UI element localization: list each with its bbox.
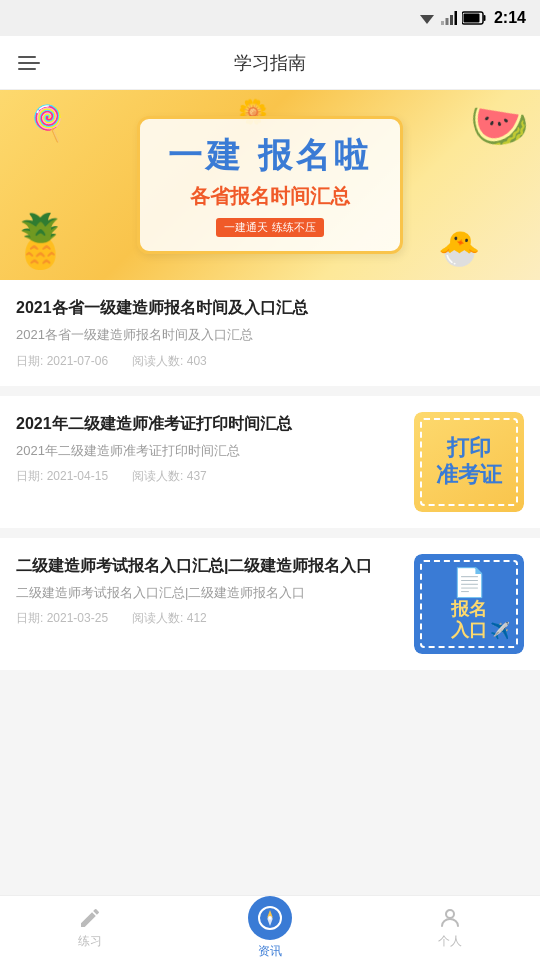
banner-content-box: 一建 报名啦 各省报名时间汇总 一建通天 练练不压 [137,116,402,254]
banner-tag: 一建通天 练练不压 [216,218,323,237]
article-title-1: 2021各省一级建造师报名时间及入口汇总 [16,296,524,319]
article-text-3: 二级建造师考试报名入口汇总|二级建造师报名入口 二级建造师考试报名入口汇总|二级… [16,554,402,628]
banner-title: 一建 报名啦 [168,133,371,179]
nav-item-news[interactable]: 资讯 [235,896,305,960]
thumb-print-content: 打印 准考证 [414,412,524,512]
article-desc-1: 2021各省一级建造师报名时间及入口汇总 [16,325,524,345]
duck-decoration: 🐣 [438,228,480,268]
svg-rect-1 [441,21,444,25]
article-thumb-signup: 📄 报名 入口 ✈️ [414,554,524,654]
thumb-signup-content: 📄 报名 入口 ✈️ [414,554,524,654]
svg-rect-2 [445,18,448,25]
nav-item-profile[interactable]: 个人 [415,906,485,950]
battery-icon [462,11,486,25]
article-reads-1: 阅读人数: 403 [132,353,207,370]
pencil-icon [78,906,102,930]
svg-rect-4 [454,11,457,25]
page-title: 学习指南 [234,51,306,75]
pineapple-decoration: 🍍 [8,211,73,272]
article-reads-3: 阅读人数: 412 [132,610,207,627]
article-meta-1: 日期: 2021-07-06 阅读人数: 403 [16,353,524,370]
article-date-3: 日期: 2021-03-25 [16,610,108,627]
article-meta-3: 日期: 2021-03-25 阅读人数: 412 [16,610,402,627]
article-thumb-print: 打印 准考证 [414,412,524,512]
signal-icon [441,11,457,25]
candy-decoration: 🍭 [25,99,72,145]
article-date-1: 日期: 2021-07-06 [16,353,108,370]
plane-icon: ✈️ [490,621,510,640]
thumb-signup-label: 报名 入口 [451,599,487,642]
banner-subtitle: 各省报名时间汇总 [168,183,371,210]
document-icon: 📄 [452,566,487,599]
article-text-2: 2021年二级建造师准考证打印时间汇总 2021年二级建造师准考证打印时间汇总 … [16,412,402,486]
status-bar: 2:14 [0,0,540,36]
header: 学习指南 [0,36,540,90]
banner[interactable]: 🍭 🍉 🍍 🐣 🌼 一建 报名啦 各省报名时间汇总 一建通天 练练不压 [0,90,540,280]
svg-rect-7 [463,14,479,23]
article-reads-2: 阅读人数: 437 [132,468,207,485]
status-time: 2:14 [494,9,526,27]
svg-point-11 [268,916,272,920]
article-item[interactable]: 二级建造师考试报名入口汇总|二级建造师报名入口 二级建造师考试报名入口汇总|二级… [0,538,540,670]
thumb-print-label: 打印 准考证 [436,435,502,488]
status-icons [418,11,486,25]
compass-circle [248,896,292,940]
bottom-nav: 练习 资讯 个人 [0,895,540,960]
svg-rect-6 [483,15,485,21]
compass-icon [257,905,283,931]
svg-rect-3 [450,15,453,25]
article-text-1: 2021各省一级建造师报名时间及入口汇总 2021各省一级建造师报名时间及入口汇… [16,296,524,370]
article-meta-2: 日期: 2021-04-15 阅读人数: 437 [16,468,402,485]
nav-label-practice: 练习 [78,933,102,950]
article-desc-2: 2021年二级建造师准考证打印时间汇总 [16,441,402,461]
nav-label-news: 资讯 [258,943,282,960]
article-title-2: 2021年二级建造师准考证打印时间汇总 [16,412,402,435]
svg-marker-0 [420,15,434,24]
watermelon-decoration: 🍉 [465,90,534,156]
article-title-3: 二级建造师考试报名入口汇总|二级建造师报名入口 [16,554,402,577]
article-list: 2021各省一级建造师报名时间及入口汇总 2021各省一级建造师报名时间及入口汇… [0,280,540,750]
nav-label-profile: 个人 [438,933,462,950]
person-icon [438,906,462,930]
menu-button[interactable] [18,56,40,70]
article-item[interactable]: 2021各省一级建造师报名时间及入口汇总 2021各省一级建造师报名时间及入口汇… [0,280,540,386]
article-desc-3: 二级建造师考试报名入口汇总|二级建造师报名入口 [16,583,402,603]
wifi-icon [418,11,436,25]
article-date-2: 日期: 2021-04-15 [16,468,108,485]
svg-point-12 [446,910,454,918]
nav-item-practice[interactable]: 练习 [55,906,125,950]
article-item[interactable]: 2021年二级建造师准考证打印时间汇总 2021年二级建造师准考证打印时间汇总 … [0,396,540,528]
